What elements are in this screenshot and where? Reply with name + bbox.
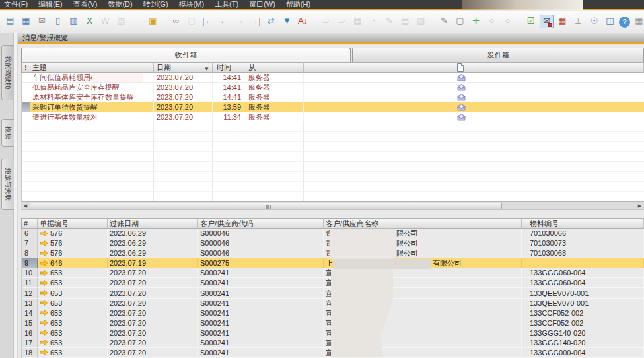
inbox-message-row[interactable]: 原材料基体库安全库存数量提醒2023.07.2014:41服务器 bbox=[22, 92, 644, 102]
open-envelope-icon[interactable] bbox=[457, 74, 466, 83]
cell-bp-code: S000241 bbox=[198, 268, 324, 278]
cell-time: 11:34 bbox=[213, 112, 244, 122]
col-header-item-number[interactable]: 物料编号 bbox=[522, 218, 644, 229]
inbox-message-row[interactable]: 请进行基体数量核对2023.07.2011:34服务器 bbox=[22, 112, 644, 122]
scrollbar-thumb[interactable] bbox=[30, 203, 502, 209]
open-envelope-icon[interactable] bbox=[457, 84, 466, 92]
org-chart-icon[interactable]: ⊥ bbox=[571, 15, 585, 28]
link-arrow-icon[interactable] bbox=[40, 231, 48, 236]
new-activity-icon[interactable]: ▢ bbox=[453, 15, 467, 28]
document-tab-title[interactable]: 消息/警报概览 bbox=[18, 33, 644, 44]
menu-item[interactable]: 文件(F) bbox=[0, 0, 32, 9]
link-arrow-icon[interactable] bbox=[40, 260, 48, 266]
chat-icon[interactable]: ○ bbox=[501, 15, 515, 28]
remarks-icon[interactable]: ○ bbox=[485, 15, 499, 28]
refresh-icon[interactable]: ⇄ bbox=[264, 15, 278, 28]
copy-from-icon[interactable]: ▱ bbox=[319, 15, 333, 28]
menu-item[interactable]: 工具(T) bbox=[211, 0, 242, 9]
print-icon[interactable]: ▦ bbox=[19, 15, 33, 28]
task-list-icon[interactable]: ☑ bbox=[524, 15, 538, 28]
col-header-subject[interactable]: 主题 bbox=[30, 62, 154, 73]
menu-item[interactable]: 帮助(H) bbox=[282, 0, 314, 9]
link-arrow-icon[interactable] bbox=[40, 270, 48, 276]
col-header-bp-code[interactable]: 客户/供应商代码 bbox=[198, 218, 324, 229]
document-search-icon[interactable]: ▨ bbox=[414, 15, 428, 28]
link-arrow-icon[interactable] bbox=[40, 290, 48, 296]
first-record-icon[interactable]: |← bbox=[201, 15, 215, 28]
payment-means-icon[interactable]: ◔ bbox=[367, 15, 380, 28]
link-arrow-icon[interactable] bbox=[40, 250, 48, 256]
col-header-attachment[interactable] bbox=[304, 62, 644, 73]
open-envelope-icon[interactable] bbox=[457, 104, 466, 112]
messages-alerts-icon[interactable]: ✉ bbox=[540, 15, 554, 28]
find-icon[interactable]: ∞ bbox=[169, 15, 183, 28]
sidebar-tab-2[interactable]: 模块 bbox=[1, 119, 14, 147]
col-header-doc-number[interactable]: 单据编号 bbox=[38, 218, 108, 229]
document-preview-icon[interactable]: ▤ bbox=[3, 15, 17, 28]
col-header-time[interactable]: 时间 bbox=[213, 62, 244, 73]
menu-item[interactable]: 查看(V) bbox=[69, 0, 102, 9]
inbox-message-row[interactable]: 低值易耗品库安全库存提醒2023.07.2014:41服务器 bbox=[22, 83, 644, 92]
menu-item[interactable]: 窗口(W) bbox=[245, 0, 279, 9]
send-sms-icon[interactable]: ▯ bbox=[51, 15, 65, 28]
col-header-priority[interactable]: ! bbox=[22, 62, 30, 73]
cell-from: 服务器 bbox=[244, 92, 304, 102]
link-arrow-icon[interactable] bbox=[40, 349, 48, 355]
link-arrow-icon[interactable] bbox=[40, 340, 48, 345]
upload-icon[interactable]: ↑ bbox=[130, 15, 144, 28]
sort-descending-icon[interactable]: ▼ bbox=[204, 65, 209, 73]
tab-inbox[interactable]: 收件箱 bbox=[21, 48, 351, 62]
scroll-right-arrow[interactable]: ▶ bbox=[635, 202, 644, 210]
col-header-bp-name[interactable]: 客户/供应商名称 bbox=[324, 218, 522, 229]
link-arrow-icon[interactable] bbox=[40, 300, 48, 306]
sort-icon[interactable]: A↓ bbox=[296, 15, 310, 28]
inbox-message-row[interactable]: 采购订单待收货提醒2023.07.2013:59服务器 bbox=[22, 102, 644, 112]
last-record-icon[interactable]: →| bbox=[248, 15, 262, 28]
lock-screen-icon[interactable]: ▣ bbox=[146, 15, 160, 28]
cell-item-number: 133QEEV070-001 bbox=[522, 288, 644, 298]
doc-number-value: 653 bbox=[50, 278, 62, 287]
tab-outbox[interactable]: 发件箱 bbox=[352, 48, 644, 62]
open-envelope-icon[interactable] bbox=[457, 94, 466, 102]
filter-icon[interactable]: ▼ bbox=[280, 15, 294, 28]
report-icon[interactable]: ▦ bbox=[555, 15, 569, 28]
open-envelope-icon[interactable] bbox=[457, 114, 466, 122]
help-icon[interactable]: ? bbox=[619, 17, 630, 28]
export-image-icon[interactable]: ▧ bbox=[114, 15, 128, 28]
next-record-icon[interactable]: → bbox=[233, 15, 246, 28]
print-preview-icon[interactable]: ▥ bbox=[67, 15, 81, 28]
col-header-date[interactable]: 日期 ▼ bbox=[154, 62, 213, 73]
sidebar-tab-1[interactable]: 我的驾驶舱 bbox=[1, 45, 14, 100]
menu-item[interactable]: 转到(G) bbox=[139, 0, 172, 9]
query-manager-icon[interactable]: ✛ bbox=[469, 15, 483, 28]
scroll-left-arrow[interactable]: ◀ bbox=[21, 202, 30, 210]
export-word-icon[interactable]: W bbox=[98, 15, 112, 28]
email-icon[interactable]: ✉ bbox=[35, 15, 49, 28]
web-browser-icon[interactable]: ◫ bbox=[603, 15, 617, 28]
menu-item[interactable]: 数据(D) bbox=[104, 0, 136, 9]
cell-row-number: 16 bbox=[22, 328, 38, 338]
previous-record-icon[interactable]: ← bbox=[217, 15, 231, 28]
form-settings-icon[interactable]: ▤ bbox=[398, 15, 412, 28]
col-header-posting-date[interactable]: 过账日期 bbox=[108, 218, 198, 229]
employee-search-icon[interactable]: ☉ bbox=[587, 15, 601, 28]
calendar-icon[interactable]: ▦ bbox=[632, 15, 644, 28]
copy-to-icon[interactable]: ▱ bbox=[335, 15, 349, 28]
link-arrow-icon[interactable] bbox=[40, 280, 48, 286]
gross-profit-icon[interactable]: ✎ bbox=[382, 15, 396, 28]
inbox-horizontal-scrollbar[interactable]: ◀ ▶ bbox=[21, 201, 644, 210]
link-arrow-icon[interactable] bbox=[40, 240, 48, 246]
link-arrow-icon[interactable] bbox=[40, 310, 48, 316]
export-excel-icon[interactable]: X bbox=[83, 15, 96, 28]
edit-icon[interactable]: ✎ bbox=[437, 15, 451, 28]
link-arrow-icon[interactable] bbox=[40, 330, 48, 336]
col-header-from[interactable]: 从 bbox=[244, 62, 304, 73]
clipboard-icon[interactable]: ▢ bbox=[185, 15, 199, 28]
link-arrow-icon[interactable] bbox=[40, 320, 48, 326]
menu-item[interactable]: 模块(M) bbox=[175, 0, 209, 9]
menu-item[interactable]: 编辑(E) bbox=[34, 0, 67, 9]
cell-item-number: 133QEEV070-001 bbox=[522, 299, 644, 308]
col-header-row-number[interactable]: # bbox=[22, 218, 38, 229]
calculator-icon[interactable]: ▦ bbox=[351, 15, 365, 28]
sidebar-tab-3[interactable]: 拖放与关联 bbox=[1, 159, 14, 210]
